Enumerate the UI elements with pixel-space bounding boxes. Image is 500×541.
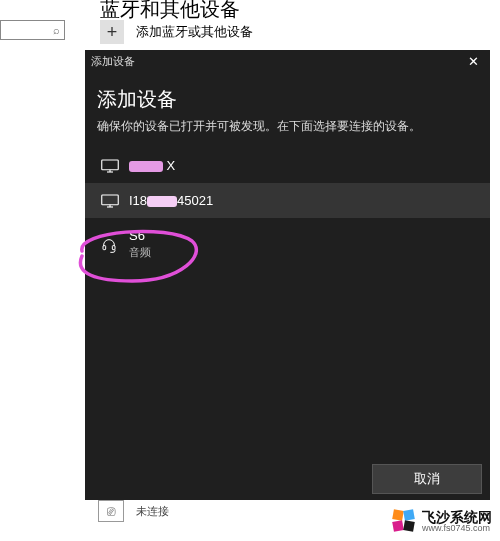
device-item[interactable]: X [85,148,490,183]
dialog-titlebar: 添加设备 ✕ [85,50,490,72]
plus-icon: + [100,20,124,44]
dialog-heading: 添加设备 [97,86,478,113]
monitor-icon [101,194,119,208]
add-device-label: 添加蓝牙或其他设备 [136,23,253,41]
headset-icon [101,237,119,251]
search-input[interactable]: ⌕ [0,20,65,40]
device-status-text: 未连接 [136,504,169,519]
watermark: 飞沙系统网 www.fs0745.com [392,509,492,533]
svg-rect-6 [103,246,106,250]
svg-rect-3 [102,195,119,205]
cancel-button[interactable]: 取消 [372,464,482,494]
watermark-text: 飞沙系统网 [422,510,492,524]
close-icon: ✕ [468,54,479,69]
search-icon: ⌕ [53,24,60,36]
device-subtitle: 音频 [129,245,151,260]
svg-rect-7 [112,246,115,250]
cancel-label: 取消 [414,470,440,488]
add-device-dialog: 添加设备 ✕ 添加设备 确保你的设备已打开并可被发现。在下面选择要连接的设备。 [85,50,490,500]
bg-device-status: ⎚ 未连接 [98,500,169,522]
device-list: X I1845021 [85,148,490,270]
device-icon: ⎚ [98,500,124,522]
add-device-row[interactable]: + 添加蓝牙或其他设备 [100,20,253,44]
device-name: X [129,158,175,173]
dialog-titlebar-text: 添加设备 [91,54,135,69]
device-name: I1845021 [129,193,213,208]
svg-rect-0 [102,160,119,170]
watermark-logo [392,509,416,533]
device-name: S6 [129,228,151,243]
monitor-icon [101,159,119,173]
device-item[interactable]: S6 音频 [85,218,490,270]
close-button[interactable]: ✕ [462,52,484,70]
dialog-subtext: 确保你的设备已打开并可被发现。在下面选择要连接的设备。 [97,119,478,134]
watermark-url: www.fs0745.com [422,524,492,533]
device-item[interactable]: I1845021 [85,183,490,218]
